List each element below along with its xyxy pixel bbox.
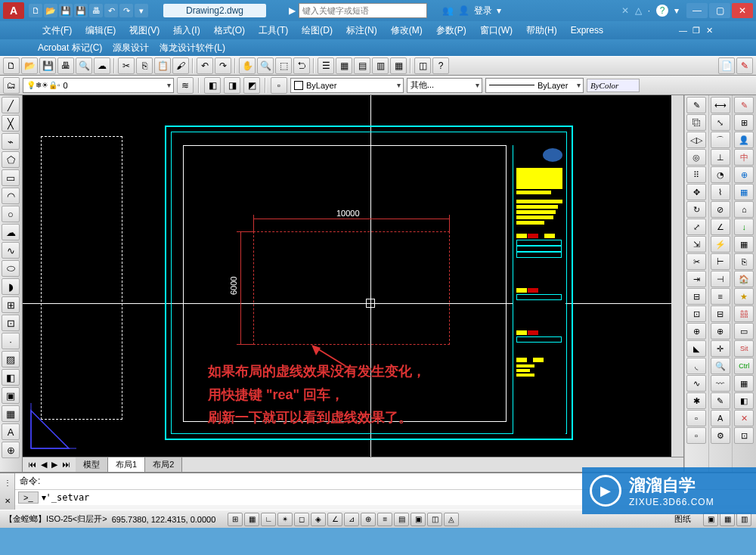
dim-jogline-icon[interactable]: 〰 <box>711 375 730 392</box>
xline-icon[interactable]: ╳ <box>2 115 20 132</box>
cmd-handle-icon[interactable]: ⋮ <box>4 479 11 487</box>
dim-base-icon[interactable]: ⊢ <box>711 253 730 270</box>
polygon-icon[interactable]: ⬠ <box>2 151 20 168</box>
save-file-icon[interactable]: 💾 <box>39 57 56 74</box>
ext-g-icon[interactable]: ⌂ <box>734 201 754 218</box>
mirror-icon[interactable]: ◁▷ <box>686 132 706 148</box>
ext-p-icon[interactable]: Ctrl <box>734 358 754 374</box>
new-icon[interactable]: 🗋 <box>29 4 42 17</box>
dim-space-icon[interactable]: ≡ <box>711 288 730 305</box>
color-swatch-icon[interactable]: ▫ <box>271 77 287 94</box>
gradient-icon[interactable]: ◧ <box>2 369 20 386</box>
dsm-icon[interactable]: ▦ <box>336 57 352 74</box>
dim-linear-icon[interactable]: ⟷ <box>711 97 730 113</box>
infocenter-icon[interactable]: 👥 <box>442 5 454 16</box>
paste-icon[interactable]: 📋 <box>154 57 171 74</box>
arc-icon[interactable]: ◠ <box>2 188 20 204</box>
drawing-canvas[interactable]: 10000 6000 <box>23 95 683 472</box>
layer-tool1-icon[interactable]: ◧ <box>204 77 221 94</box>
hatch-icon[interactable]: ▨ <box>2 351 20 367</box>
dimstyle-icon[interactable]: ⚙ <box>711 427 730 444</box>
layer-props-icon[interactable]: 🗂 <box>3 77 20 94</box>
search-go-icon[interactable]: ▶ <box>289 5 296 16</box>
rectangle-icon[interactable]: ▭ <box>2 169 20 186</box>
redo-icon[interactable]: ↷ <box>119 4 133 17</box>
close-button[interactable]: ✕ <box>732 3 753 18</box>
tolerance-icon[interactable]: ⊕ <box>711 323 730 340</box>
mdi-restore[interactable]: ❐ <box>692 26 705 36</box>
ext-h-icon[interactable]: ↓ <box>734 219 754 235</box>
maximize-button[interactable]: ▢ <box>709 3 730 18</box>
tab-first-icon[interactable]: ⏮ <box>26 460 39 470</box>
help-icon[interactable]: ? <box>656 5 668 17</box>
app-logo[interactable]: A <box>3 2 24 19</box>
a360-icon[interactable]: △ <box>635 5 642 16</box>
break2-icon[interactable]: ⊡ <box>686 305 706 322</box>
ext-d-icon[interactable]: 中 <box>734 149 754 166</box>
cut-icon[interactable]: ✂ <box>118 57 135 74</box>
menu-window[interactable]: 窗口(W) <box>476 23 517 39</box>
otrack-icon[interactable]: ∠ <box>327 513 342 526</box>
publish-icon[interactable]: ☁ <box>94 57 110 74</box>
lineweight-combo[interactable]: ByLayer <box>485 78 584 93</box>
mdi-close[interactable]: ✕ <box>706 26 718 36</box>
plot-icon[interactable]: 🖶 <box>57 57 74 74</box>
fillet-icon[interactable]: ◟ <box>686 358 706 374</box>
undo-icon[interactable]: ↶ <box>104 4 118 17</box>
ducs-icon[interactable]: ⊿ <box>344 513 359 526</box>
review-icon[interactable]: ✎ <box>736 57 753 74</box>
new-file-icon[interactable]: 🗋 <box>3 57 20 74</box>
explode-icon[interactable]: ✱ <box>686 392 706 409</box>
layer-tool2-icon[interactable]: ◨ <box>224 77 240 94</box>
ext-e-icon[interactable]: ⊕ <box>734 166 754 183</box>
am-icon[interactable]: ◬ <box>444 513 459 526</box>
menu-file[interactable]: 文件(F) <box>38 23 76 39</box>
tab-layout1[interactable]: 布局1 <box>108 457 145 472</box>
pdf-icon[interactable]: 📄 <box>718 57 735 74</box>
revcloud-icon[interactable]: ☁ <box>2 224 20 240</box>
ext-t-icon[interactable]: ⊡ <box>734 427 754 444</box>
menu-help[interactable]: 帮助(H) <box>522 23 562 39</box>
exchange-icon[interactable]: ✕ <box>621 5 629 16</box>
ext-b-icon[interactable]: ⊞ <box>734 114 754 131</box>
scale-icon[interactable]: ⤢ <box>686 219 706 235</box>
preview-icon[interactable]: 🔍 <box>76 57 92 74</box>
inspect-icon[interactable]: 🔍 <box>711 358 730 374</box>
menu-format[interactable]: 格式(O) <box>209 23 249 39</box>
ext-n-icon[interactable]: ▭ <box>734 323 754 340</box>
tab-next-icon[interactable]: ▶ <box>49 460 60 470</box>
ext-j-icon[interactable]: ⎘ <box>734 253 754 270</box>
chamfer-icon[interactable]: ◣ <box>686 340 706 357</box>
mtext-icon[interactable]: A <box>2 423 20 440</box>
move-icon[interactable]: ✥ <box>686 184 706 200</box>
dim-ord-icon[interactable]: ⊥ <box>711 149 730 166</box>
toolpalette-icon[interactable]: ▥ <box>372 57 389 74</box>
grid-icon[interactable]: ▦ <box>244 513 259 526</box>
open-file-icon[interactable]: 📂 <box>21 57 38 74</box>
point-icon[interactable]: · <box>2 333 20 349</box>
tab-last-icon[interactable]: ⏭ <box>60 460 73 470</box>
menu-draw[interactable]: 绘图(D) <box>297 23 337 39</box>
spline-icon[interactable]: ∿ <box>2 242 20 259</box>
tab-prev-icon[interactable]: ◀ <box>39 460 49 470</box>
cmd-close-icon[interactable]: ✕ <box>5 497 11 505</box>
scrollbar-v[interactable] <box>671 95 683 457</box>
ellipsearc-icon[interactable]: ◗ <box>2 278 20 295</box>
zoom-win-icon[interactable]: ⬚ <box>275 57 292 74</box>
dim-cont-icon[interactable]: ⊣ <box>711 271 730 287</box>
circle-icon[interactable]: ○ <box>2 206 20 222</box>
array-icon[interactable]: ⠿ <box>686 166 706 183</box>
matchprop-icon[interactable]: 🖌 <box>172 57 189 74</box>
qv-layout-icon[interactable]: ▦ <box>720 513 735 526</box>
ext-a-icon[interactable]: ✎ <box>734 97 754 113</box>
pan-icon[interactable]: ✋ <box>239 57 256 74</box>
markup-icon[interactable]: ◫ <box>414 57 431 74</box>
rotate-icon[interactable]: ↻ <box>686 201 706 218</box>
menu-tools[interactable]: 工具(T) <box>254 23 293 39</box>
addselect-icon[interactable]: ⊕ <box>2 442 20 458</box>
ellipse-icon[interactable]: ⬭ <box>2 260 20 277</box>
open-icon[interactable]: 📂 <box>44 4 57 17</box>
join-icon[interactable]: ⊕ <box>686 323 706 340</box>
lwt-icon[interactable]: ≡ <box>377 513 392 526</box>
modelspace-icon[interactable]: ▣ <box>703 513 718 526</box>
